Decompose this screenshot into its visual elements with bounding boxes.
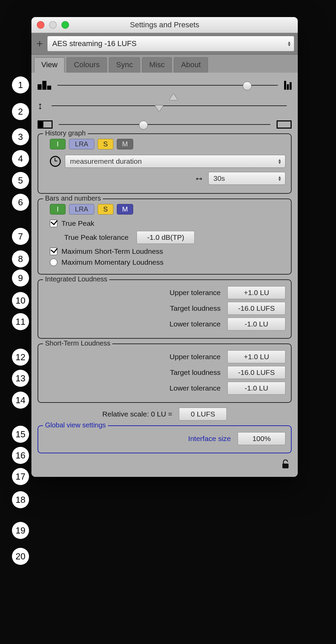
group-legend: Global view settings: [43, 421, 108, 429]
range-marker-high[interactable]: [169, 94, 178, 100]
int-upper-label: Upper tolerance: [142, 289, 221, 297]
tab-bar: View Colours Sync Misc About: [31, 55, 298, 73]
relative-scale-value[interactable]: 0 LUFS: [179, 408, 227, 421]
settings-window: Settings and Presets + AES streaming -16…: [31, 17, 298, 477]
horizontal-arrows-icon: ↔: [194, 173, 204, 184]
st-upper-value[interactable]: +1.0 LU: [227, 350, 285, 363]
bars-numbers-group: Bars and numbers I LRA S M True Peak Tru…: [38, 199, 292, 275]
st-target-label: Target loudness: [142, 368, 221, 377]
true-peak-checkbox[interactable]: [50, 220, 57, 227]
true-peak-check-row: True Peak: [50, 219, 285, 228]
global-view-group: Global view settings Interface size 100%: [38, 425, 292, 453]
bar-width-slider[interactable]: [57, 85, 278, 86]
vertical-arrows-icon: ↕: [38, 100, 43, 112]
preset-toolbar: + AES streaming -16 LUFS ▲▼: [31, 33, 298, 55]
history-chips: I LRA S M: [50, 139, 285, 149]
close-window-button[interactable]: [37, 21, 44, 29]
chip-m[interactable]: M: [117, 139, 133, 149]
preset-dropdown[interactable]: AES streaming -16 LUFS ▲▼: [47, 36, 294, 52]
window-length-dropdown[interactable]: 30s ▲▼: [208, 172, 285, 185]
preset-selected: AES streaming -16 LUFS: [52, 39, 137, 48]
tab-view[interactable]: View: [34, 57, 65, 73]
chip-m[interactable]: M: [117, 204, 133, 215]
aspect-slider[interactable]: [59, 124, 270, 125]
lock-icon[interactable]: [281, 459, 290, 471]
tab-body: ↕ History graph: [31, 73, 298, 477]
annotation-marker: 15: [12, 426, 29, 443]
scale-range-slider[interactable]: [52, 105, 287, 106]
tp-tolerance-label: True Peak tolerance: [64, 233, 128, 241]
interface-size-label: Interface size: [152, 435, 231, 443]
chevron-updown-icon: ▲▼: [287, 41, 291, 46]
annotation-marker: 16: [12, 447, 29, 464]
int-lower-value[interactable]: -1.0 LU: [227, 318, 285, 331]
annotation-marker: 1: [12, 76, 29, 93]
annotation-marker: 19: [12, 522, 29, 539]
annotation-marker: 3: [12, 128, 29, 145]
int-lower-label: Lower tolerance: [142, 320, 221, 328]
annotation-marker: 13: [12, 370, 29, 387]
tab-colours[interactable]: Colours: [67, 57, 107, 73]
dropdown-value: measurement duration: [70, 157, 142, 165]
slider-thumb[interactable]: [139, 121, 148, 130]
chip-i[interactable]: I: [50, 139, 66, 149]
st-lower-label: Lower tolerance: [142, 384, 221, 392]
wide-rect-icon: [277, 120, 292, 129]
narrow-rect-icon: [38, 120, 53, 129]
max-stl-check-row: Maximum Short-Term Loudness: [50, 247, 285, 255]
annotation-marker: 14: [12, 392, 29, 409]
max-mml-label: Maximum Momentary Loudness: [61, 258, 164, 266]
tab-about[interactable]: About: [174, 57, 208, 73]
annotation-marker: 18: [12, 491, 29, 508]
annotation-marker: 9: [12, 269, 29, 287]
traffic-lights: [31, 21, 69, 29]
int-target-value[interactable]: -16.0 LUFS: [227, 302, 285, 315]
group-legend: History graph: [43, 129, 88, 137]
tp-tolerance-value[interactable]: -1.0 dB(TP): [137, 231, 195, 244]
range-marker-low[interactable]: [155, 105, 163, 112]
chip-s[interactable]: S: [98, 204, 113, 215]
dropdown-value: 30s: [213, 174, 225, 182]
chevron-updown-icon: ▲▼: [278, 159, 282, 164]
int-target-label: Target loudness: [142, 304, 221, 312]
annotation-marker: 2: [12, 103, 29, 120]
window-title: Settings and Presets: [31, 20, 298, 29]
group-legend: Integrated Loudness: [43, 275, 109, 283]
integrated-group: Integrated Loudness Upper tolerance+1.0 …: [38, 279, 292, 339]
annotation-marker: 20: [12, 548, 29, 565]
history-graph-group: History graph I LRA S M measurement dura…: [38, 133, 292, 194]
annotation-marker: 7: [12, 228, 29, 245]
duration-mode-dropdown[interactable]: measurement duration ▲▼: [65, 155, 285, 168]
st-lower-value[interactable]: -1.0 LU: [227, 382, 285, 395]
tab-sync[interactable]: Sync: [109, 57, 140, 73]
bar-width-row: [38, 81, 292, 90]
chip-lra[interactable]: LRA: [69, 204, 94, 215]
annotation-marker: 5: [12, 172, 29, 189]
add-preset-button[interactable]: +: [35, 40, 44, 47]
st-upper-label: Upper tolerance: [142, 353, 221, 361]
chip-i[interactable]: I: [50, 204, 66, 215]
slider-thumb[interactable]: [243, 82, 252, 90]
true-peak-label: True Peak: [61, 219, 94, 228]
zoom-window-button[interactable]: [61, 21, 69, 29]
interface-size-value[interactable]: 100%: [238, 432, 285, 445]
max-mml-radio[interactable]: [50, 259, 57, 266]
titlebar: Settings and Presets: [31, 17, 298, 33]
minimize-window-button[interactable]: [49, 21, 57, 29]
tab-misc[interactable]: Misc: [142, 57, 172, 73]
max-stl-checkbox[interactable]: [50, 248, 57, 255]
chip-s[interactable]: S: [98, 139, 113, 149]
annotation-marker: 10: [12, 292, 29, 309]
chevron-updown-icon: ▲▼: [278, 176, 282, 181]
chip-lra[interactable]: LRA: [69, 139, 94, 149]
relative-scale-label: Relative scale: 0 LU =: [102, 410, 172, 418]
annotation-marker: 8: [12, 250, 29, 267]
thin-bars-icon: [284, 81, 292, 90]
wide-bars-icon: [38, 81, 51, 90]
max-stl-label: Maximum Short-Term Loudness: [61, 247, 163, 255]
annotation-marker: 11: [12, 313, 29, 330]
group-legend: Short-Term Loudness: [43, 339, 112, 347]
st-target-value[interactable]: -16.0 LUFS: [227, 366, 285, 379]
int-upper-value[interactable]: +1.0 LU: [227, 286, 285, 299]
annotation-marker: 6: [12, 194, 29, 211]
